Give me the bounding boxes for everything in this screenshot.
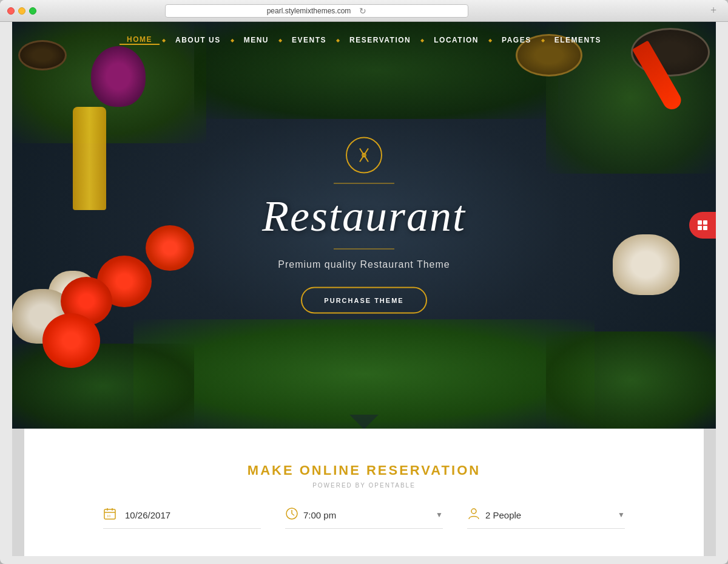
- reservation-form: 10 10/26/2017 7:00 pm ▼: [91, 507, 637, 529]
- svg-rect-5: [698, 226, 702, 230]
- person-icon: [467, 507, 480, 523]
- add-tab-button[interactable]: +: [706, 4, 721, 18]
- herb-decoration-bottom-right: [546, 331, 716, 429]
- purchase-button[interactable]: PURCHASE THEME: [301, 287, 426, 314]
- svg-rect-3: [698, 220, 702, 225]
- hero-section: HOME ◆ ABOUT US ◆ MENU ◆ EVENTS ◆ RESERV…: [12, 22, 716, 429]
- calendar-icon: 10: [103, 507, 116, 523]
- herb-decoration-bottom: [133, 319, 595, 429]
- minimize-button[interactable]: [18, 7, 25, 15]
- refresh-icon[interactable]: ↻: [359, 6, 366, 16]
- browser-window: pearl.stylemixthemes.com ↻ +: [0, 0, 728, 564]
- nav-separator-5: ◆: [420, 38, 424, 43]
- svg-text:10: 10: [107, 514, 110, 518]
- nav-item-location[interactable]: LOCATION: [426, 36, 486, 44]
- hero-divider-bottom: [334, 249, 394, 250]
- main-navigation: HOME ◆ ABOUT US ◆ MENU ◆ EVENTS ◆ RESERV…: [12, 22, 716, 58]
- svg-line-14: [292, 514, 294, 515]
- left-side-panel: [12, 429, 24, 556]
- close-button[interactable]: [7, 7, 15, 15]
- people-dropdown-arrow[interactable]: ▼: [618, 511, 625, 520]
- nav-item-menu[interactable]: MENU: [237, 36, 276, 44]
- people-value[interactable]: 2 People: [485, 510, 613, 520]
- nav-item-elements[interactable]: ELEMENTS: [547, 36, 608, 44]
- reservation-section: MAKE ONLINE RESERVATION POWERED BY OPENT…: [12, 429, 716, 556]
- float-action-button[interactable]: [689, 212, 716, 239]
- hero-divider-top: [334, 183, 394, 184]
- nav-separator-2: ◆: [231, 38, 234, 43]
- nav-separator-4: ◆: [336, 38, 340, 43]
- nav-item-reservation[interactable]: RESERVATION: [342, 36, 418, 44]
- reservation-powered-by: POWERED BY OPENTABLE: [312, 482, 416, 489]
- nav-item-home[interactable]: HOME: [120, 35, 160, 45]
- browser-content: HOME ◆ ABOUT US ◆ MENU ◆ EVENTS ◆ RESERV…: [12, 22, 716, 556]
- people-field-group[interactable]: 2 People ▼: [467, 507, 625, 529]
- svg-rect-4: [703, 220, 707, 225]
- nav-items-list: HOME ◆ ABOUT US ◆ MENU ◆ EVENTS ◆ RESERV…: [120, 35, 608, 45]
- date-value[interactable]: 10/26/2017: [125, 510, 170, 520]
- hero-chevron: [349, 415, 379, 429]
- date-field-group[interactable]: 10 10/26/2017: [103, 507, 261, 529]
- tomato-decoration-2: [146, 225, 194, 271]
- hero-content-block: Restaurant Premium quality Restaurant Th…: [262, 137, 466, 314]
- nav-item-about[interactable]: ABOUT US: [168, 36, 228, 44]
- nav-item-events[interactable]: EVENTS: [285, 36, 334, 44]
- time-field-group[interactable]: 7:00 pm ▼: [285, 507, 443, 529]
- reservation-title: MAKE ONLINE RESERVATION: [248, 463, 480, 478]
- restaurant-icon: [346, 137, 382, 174]
- address-bar[interactable]: pearl.stylemixthemes.com ↻: [165, 4, 468, 18]
- svg-point-15: [471, 509, 476, 514]
- hero-title: Restaurant: [262, 191, 466, 242]
- tomato-decoration-4: [42, 313, 100, 368]
- browser-titlebar: pearl.stylemixthemes.com ↻ +: [0, 0, 728, 22]
- garlic-decoration-right: [613, 234, 679, 295]
- time-value[interactable]: 7:00 pm: [303, 510, 431, 520]
- right-side-panel: [704, 429, 716, 556]
- time-dropdown-arrow[interactable]: ▼: [436, 511, 443, 520]
- nav-separator-6: ◆: [488, 38, 492, 43]
- nav-item-pages[interactable]: PAGES: [494, 36, 539, 44]
- nav-separator-1: ◆: [162, 38, 166, 43]
- nav-separator-3: ◆: [278, 38, 282, 43]
- url-text: pearl.stylemixthemes.com: [267, 7, 351, 15]
- maximize-button[interactable]: [29, 7, 36, 15]
- svg-rect-6: [703, 226, 707, 230]
- oil-bottle-decoration: [73, 107, 106, 210]
- clock-icon: [285, 507, 298, 523]
- nav-separator-7: ◆: [541, 38, 545, 43]
- window-controls: [7, 7, 36, 15]
- hero-subtitle: Premium quality Restaurant Theme: [262, 259, 466, 270]
- herb-decoration-bottom-left: [12, 344, 194, 429]
